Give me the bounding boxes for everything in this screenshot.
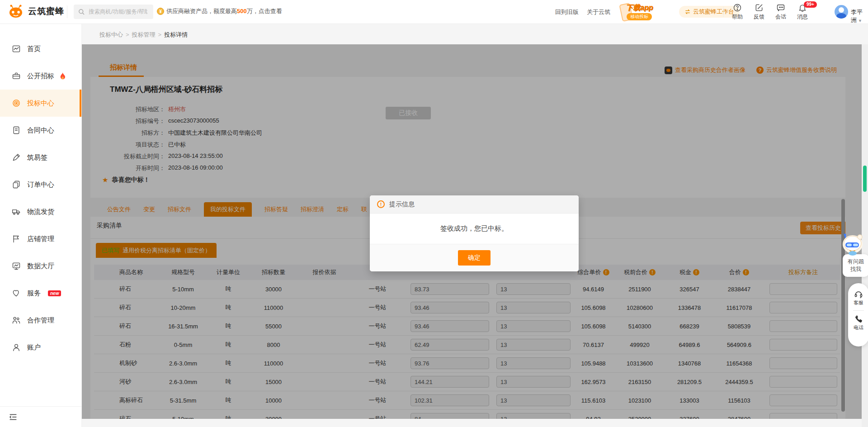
sidebar-item-4[interactable]: 筑易签 bbox=[0, 144, 81, 171]
sidebar-item-2[interactable]: 投标中心 bbox=[0, 90, 81, 117]
shop-icon bbox=[12, 234, 21, 243]
phone-call-icon[interactable] bbox=[854, 315, 863, 323]
breadcrumb-current: 投标详情 bbox=[164, 31, 188, 38]
modal-header: ! 提示信息 bbox=[370, 195, 579, 214]
headset-icon[interactable] bbox=[854, 289, 863, 299]
service-label[interactable]: 客服 bbox=[854, 299, 863, 306]
breadcrumb-item[interactable]: 投标管理 bbox=[132, 31, 156, 38]
page-scrollbar-thumb[interactable] bbox=[863, 166, 867, 192]
user-icon bbox=[12, 343, 21, 352]
download-app-title: 下载app bbox=[626, 3, 653, 13]
sidebar-item-1[interactable]: 公开招标 bbox=[0, 62, 81, 90]
sidebar-item-label: 合作管理 bbox=[27, 316, 54, 325]
sidebar-item-5[interactable]: 订单中心 bbox=[0, 171, 81, 198]
confirm-button[interactable]: 确定 bbox=[458, 250, 491, 266]
user-menu[interactable]: 李平洲▼ bbox=[851, 8, 868, 24]
orders-icon bbox=[12, 180, 21, 189]
sidebar-item-label: 订单中心 bbox=[27, 180, 54, 189]
help-icon bbox=[733, 3, 742, 12]
nav-label: 反馈 bbox=[754, 13, 764, 21]
sidebar-collapse-button[interactable] bbox=[0, 406, 82, 427]
info-circle-icon: ! bbox=[377, 200, 385, 208]
header-nav-bell[interactable]: 消息99+ bbox=[793, 3, 812, 21]
sidebar-item-10[interactable]: 合作管理 bbox=[0, 307, 81, 334]
bee-mascot[interactable] bbox=[839, 232, 864, 257]
avatar[interactable] bbox=[835, 5, 848, 19]
target-icon bbox=[12, 99, 21, 108]
sidebar-item-label: 公开招标 bbox=[27, 72, 54, 81]
download-app-badge: 移动投标 bbox=[627, 13, 652, 20]
modal-footer: 确定 bbox=[370, 244, 579, 271]
modal-message: 签收成功，您已中标。 bbox=[370, 214, 579, 244]
nav-label: 消息 bbox=[797, 13, 808, 21]
breadcrumb: 投标中心>投标管理>投标详情 bbox=[99, 31, 188, 39]
nav-label: 会话 bbox=[775, 13, 786, 21]
brand-logo[interactable]: 云筑蜜蜂 bbox=[7, 5, 64, 18]
modal-title: 提示信息 bbox=[389, 200, 415, 209]
top-header: 云筑蜜蜂 ¥ 供应商融资产品，额度最高500万，点击查看 回到旧版 关于云筑 下… bbox=[0, 0, 868, 24]
switch-icon bbox=[684, 9, 691, 14]
sidebar-item-8[interactable]: 数据大厅 bbox=[0, 252, 81, 280]
sidebar-item-11[interactable]: 账户 bbox=[0, 334, 81, 361]
header-nav-feedback[interactable]: 反馈 bbox=[750, 3, 769, 21]
sidebar: 首页公开招标投标中心合同中心筑易签订单中心物流发货店铺管理数据大厅服务new合作… bbox=[0, 24, 82, 427]
app-root: 云筑蜜蜂 ¥ 供应商融资产品，额度最高500万，点击查看 回到旧版 关于云筑 下… bbox=[0, 0, 868, 427]
sidebar-item-label: 账户 bbox=[27, 343, 41, 352]
sidebar-item-label: 首页 bbox=[27, 45, 41, 53]
chat-icon bbox=[776, 3, 785, 12]
pen-icon bbox=[12, 153, 21, 162]
collapse-icon bbox=[8, 412, 18, 422]
service-pill: 客服 电话 bbox=[848, 283, 868, 346]
sidebar-item-label: 投标中心 bbox=[27, 99, 54, 108]
phone-label[interactable]: 电话 bbox=[854, 324, 863, 331]
partners-icon bbox=[12, 316, 21, 325]
header-divider bbox=[67, 5, 67, 18]
link-old-version[interactable]: 回到旧版 bbox=[555, 8, 579, 16]
search-icon bbox=[78, 9, 85, 15]
board-icon bbox=[12, 261, 21, 270]
download-app[interactable]: 下载app 移动投标 bbox=[618, 2, 653, 22]
sidebar-item-label: 数据大厅 bbox=[27, 262, 54, 270]
header-nav-help[interactable]: 帮助 bbox=[728, 3, 747, 21]
search-box[interactable] bbox=[74, 5, 153, 19]
sidebar-item-7[interactable]: 店铺管理 bbox=[0, 225, 81, 252]
header-divider-2 bbox=[723, 6, 724, 17]
header-nav-chat[interactable]: 会话 bbox=[771, 3, 790, 21]
message-modal: ! 提示信息 签收成功，您已中标。 确定 bbox=[370, 195, 579, 271]
sidebar-item-3[interactable]: 合同中心 bbox=[0, 117, 81, 144]
finance-notice[interactable]: ¥ 供应商融资产品，额度最高500万，点击查看 bbox=[157, 7, 282, 15]
unread-badge: 99+ bbox=[804, 1, 817, 8]
briefcase-icon bbox=[12, 71, 21, 81]
bee-logo-icon bbox=[7, 5, 24, 18]
search-input[interactable] bbox=[88, 8, 148, 15]
truck-icon bbox=[12, 207, 21, 216]
sidebar-item-9[interactable]: 服务new bbox=[0, 280, 81, 307]
sidebar-item-6[interactable]: 物流发货 bbox=[0, 198, 81, 225]
money-icon: ¥ bbox=[157, 8, 164, 15]
nav-label: 帮助 bbox=[732, 13, 743, 21]
contract-icon bbox=[12, 126, 21, 135]
sidebar-item-label: 店铺管理 bbox=[27, 235, 54, 243]
brand-name: 云筑蜜蜂 bbox=[28, 5, 64, 17]
flame-icon bbox=[59, 72, 66, 81]
sidebar-item-label: 筑易签 bbox=[27, 153, 47, 162]
help-bubble[interactable]: 有问题找我 bbox=[843, 254, 868, 277]
sidebar-item-0[interactable]: 首页 bbox=[0, 35, 81, 62]
heart-icon bbox=[12, 289, 21, 298]
home-icon bbox=[12, 44, 21, 53]
pill-divider bbox=[853, 310, 864, 311]
sidebar-item-label: 服务 bbox=[27, 289, 41, 298]
breadcrumb-item[interactable]: 投标中心 bbox=[99, 31, 123, 38]
feedback-icon bbox=[755, 3, 764, 12]
sidebar-item-label: 合同中心 bbox=[27, 126, 54, 135]
new-badge: new bbox=[48, 290, 61, 296]
sidebar-item-label: 物流发货 bbox=[27, 208, 54, 216]
link-about[interactable]: 关于云筑 bbox=[587, 8, 610, 16]
